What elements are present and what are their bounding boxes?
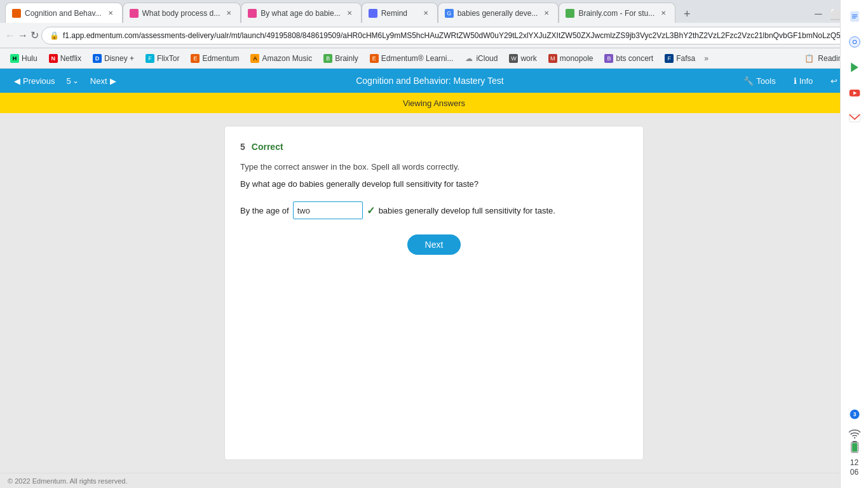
- clock-minutes: 06: [850, 468, 858, 478]
- check-mark-icon: ✓: [367, 205, 375, 217]
- youtube-sidebar-icon[interactable]: [843, 81, 866, 104]
- new-tab-button[interactable]: +: [678, 5, 696, 23]
- tab-3[interactable]: By what age do babie... ✕: [241, 3, 361, 23]
- question-instruction: Type the correct answer in the box. Spel…: [240, 162, 628, 172]
- tab-2-close[interactable]: ✕: [224, 8, 234, 18]
- chrome-sidebar-icon[interactable]: [843, 30, 866, 53]
- bts-favicon: B: [604, 54, 613, 63]
- tab-2[interactable]: What body process d... ✕: [123, 3, 241, 23]
- bookmark-amazon-label: Amazon Music: [262, 54, 312, 63]
- tab-4[interactable]: Remind ✕: [362, 3, 438, 23]
- notification-icon[interactable]: 3: [843, 403, 866, 426]
- next-button[interactable]: Next: [407, 234, 461, 255]
- notification-badge-container: 3: [843, 403, 866, 426]
- question-number-nav: 5 ⌄: [67, 76, 79, 86]
- gmail-sidebar-icon[interactable]: [843, 107, 866, 130]
- svg-point-6: [853, 41, 855, 43]
- question-text: By what age do babies generally develop …: [240, 179, 628, 189]
- url-text: f1.app.edmentum.com/assessments-delivery…: [63, 31, 868, 40]
- minimize-button[interactable]: ─: [810, 5, 827, 23]
- wifi-area: [848, 428, 861, 438]
- bookmark-fafsa[interactable]: F Fafsa: [660, 51, 700, 66]
- tab-5[interactable]: G babies generally deve... ✕: [438, 3, 559, 23]
- tab-1[interactable]: Cognition and Behav... ✕: [5, 3, 123, 23]
- bookmark-hulu-label: Hulu: [22, 54, 37, 63]
- battery-icon: [849, 441, 860, 454]
- bookmark-flixtore-label: FlixTor: [157, 54, 179, 63]
- tools-label: Tools: [756, 76, 775, 86]
- bookmark-edmentum-label: Edmentum: [202, 54, 239, 63]
- svg-point-13: [853, 437, 855, 438]
- forward-button[interactable]: →: [18, 27, 28, 44]
- tab-5-title: babies generally deve...: [458, 9, 538, 18]
- bookmark-monopole-label: monopole: [560, 54, 593, 63]
- question-status: Correct: [252, 142, 283, 152]
- info-label: Info: [799, 76, 813, 86]
- right-sidebar: 3 12 06: [840, 0, 868, 488]
- bookmark-monopole[interactable]: M monopole: [543, 51, 599, 66]
- bookmark-icloud[interactable]: ☁ iCloud: [459, 51, 503, 66]
- flixtore-favicon: F: [146, 54, 154, 63]
- bookmarks-more[interactable]: »: [702, 54, 711, 63]
- bookmark-edmentum2-label: Edmentum® Learni...: [381, 54, 454, 63]
- tab-5-close[interactable]: ✕: [541, 8, 552, 18]
- edmentum2-favicon: E: [370, 54, 379, 63]
- tab-6[interactable]: Brainly.com - For stu... ✕: [559, 3, 675, 23]
- play-sidebar-icon[interactable]: [843, 56, 866, 79]
- work-favicon: W: [509, 54, 518, 63]
- clock-display: 12 06: [850, 458, 858, 478]
- tab-3-close[interactable]: ✕: [344, 8, 355, 18]
- bookmark-flixtore[interactable]: F FlixTor: [140, 51, 184, 66]
- bookmark-work[interactable]: W work: [504, 51, 541, 66]
- tab-6-close[interactable]: ✕: [658, 8, 668, 18]
- svg-rect-3: [851, 18, 855, 18]
- main-content: 5 Correct Type the correct answer in the…: [0, 113, 868, 473]
- amazon-favicon: A: [250, 54, 259, 63]
- question-card: 5 Correct Type the correct answer in the…: [224, 126, 644, 460]
- question-header: 5 Correct: [240, 142, 628, 152]
- bookmark-bts[interactable]: B bts concert: [599, 51, 658, 66]
- refresh-button[interactable]: ↻: [31, 27, 39, 44]
- docs-sidebar-icon[interactable]: [843, 5, 866, 28]
- previous-button[interactable]: ◀ Previous: [8, 72, 62, 90]
- address-bar[interactable]: 🔒 f1.app.edmentum.com/assessments-delive…: [41, 27, 868, 44]
- question-chevron-icon[interactable]: ⌄: [72, 76, 79, 85]
- bookmark-brainly-label: Brainly: [335, 54, 358, 63]
- bookmark-edmentum2[interactable]: E Edmentum® Learni...: [365, 51, 459, 66]
- tab-4-title: Remind: [381, 9, 417, 18]
- back-button[interactable]: ←: [5, 27, 15, 44]
- monopole-favicon: M: [548, 54, 557, 63]
- bookmark-fafsa-label: Fafsa: [676, 54, 695, 63]
- next-button-nav[interactable]: Next ▶: [84, 72, 123, 90]
- bookmark-netflix[interactable]: N Netflix: [44, 51, 86, 66]
- app-title: Cognition and Behavior: Mastery Test: [128, 76, 733, 86]
- question-number: 5: [240, 142, 245, 152]
- bookmark-amazon[interactable]: A Amazon Music: [245, 51, 317, 66]
- previous-label: Previous: [23, 76, 55, 86]
- app-nav: ◀ Previous 5 ⌄ Next ▶ Cognition and Beha…: [0, 69, 868, 93]
- bookmark-hulu[interactable]: H Hulu: [5, 51, 43, 66]
- tab-2-title: What body process d...: [142, 9, 220, 18]
- svg-marker-7: [851, 63, 858, 72]
- tab-4-close[interactable]: ✕: [421, 8, 431, 18]
- copyright-text: © 2022 Edmentum. All rights reserved.: [8, 477, 127, 485]
- bookmark-brainly[interactable]: B Brainly: [318, 51, 363, 66]
- tools-button[interactable]: 🔧 Tools: [737, 72, 782, 90]
- previous-arrow-icon: ◀: [14, 76, 20, 86]
- bookmark-netflix-label: Netflix: [60, 54, 81, 63]
- answer-input[interactable]: [293, 201, 363, 219]
- bookmark-disney[interactable]: D Disney +: [88, 51, 139, 66]
- info-icon: ℹ: [794, 76, 797, 86]
- tab-4-favicon: [369, 9, 377, 18]
- next-btn-container: Next: [240, 234, 628, 255]
- clock-hours: 12: [850, 458, 858, 468]
- bookmark-edmentum[interactable]: E Edmentum: [186, 51, 244, 66]
- netflix-favicon: N: [49, 54, 58, 63]
- edmentum-favicon: E: [191, 54, 200, 63]
- reading-list-icon: 📋: [804, 54, 814, 63]
- footer: © 2022 Edmentum. All rights reserved.: [0, 473, 868, 488]
- hulu-favicon: H: [10, 54, 19, 63]
- answer-row: By the age of ✓ babies generally develop…: [240, 201, 628, 219]
- info-button[interactable]: ℹ Info: [787, 72, 820, 90]
- tab-1-close[interactable]: ✕: [105, 8, 116, 18]
